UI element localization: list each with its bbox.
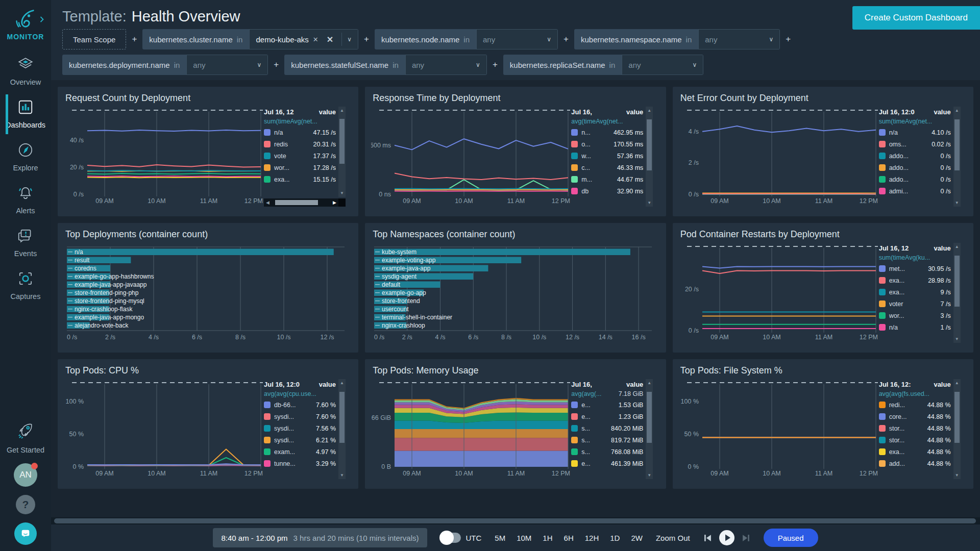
legend-row[interactable]: w...57.36 ms — [571, 150, 643, 162]
scrollbar-track[interactable] — [647, 387, 652, 471]
interval-10m[interactable]: 10M — [517, 534, 531, 542]
scrollbar-thumb[interactable] — [339, 119, 345, 164]
scrollbar-track[interactable] — [647, 114, 652, 199]
add-filter-button[interactable]: + — [785, 34, 791, 44]
scrollbar-thumb[interactable] — [954, 256, 960, 307]
chat-button[interactable] — [14, 522, 37, 545]
filter-value-dropdown[interactable]: demo-kube-aks✕✕∨ — [249, 29, 358, 49]
legend-row[interactable]: c...46.33 ms — [571, 162, 643, 173]
add-filter-button[interactable]: + — [363, 34, 370, 44]
time-series-plot[interactable]: 09 AM10 AM11 AM12 PM0 /s20 /s40 /s — [64, 107, 264, 207]
scrollbar-thumb[interactable] — [339, 392, 345, 443]
time-series-plot[interactable]: 09 AM10 AM11 AM12 PM0 ns500 ms — [371, 107, 571, 207]
legend-row[interactable]: s...768.08 MiB — [571, 446, 643, 458]
sidebar-item-dashboards[interactable]: Dashboards — [6, 93, 45, 136]
paused-button[interactable]: Paused — [764, 529, 818, 547]
legend-row[interactable]: e...461.39 MiB — [571, 458, 643, 469]
scrollbar-track[interactable] — [339, 387, 345, 471]
legend-row[interactable]: wor...17.28 /s — [264, 162, 336, 173]
sidebar-item-explore[interactable]: Explore — [6, 136, 45, 179]
interval-1h[interactable]: 1H — [543, 534, 552, 542]
sidebar-item-overview[interactable]: Overview — [6, 50, 45, 93]
zoom-out-button[interactable]: Zoom Out — [656, 534, 690, 542]
time-series-plot[interactable]: 09 AM10 AM11 AM12 PM0 %50 %100 % — [64, 379, 264, 479]
legend-row[interactable]: sysdi...7.60 % — [264, 411, 336, 422]
scrollbar-track[interactable] — [272, 200, 331, 205]
legend-row[interactable]: admi...0 /s — [879, 185, 951, 197]
time-series-plot[interactable]: 09 AM10 AM11 AM12 PM0 /s20 /s — [679, 243, 879, 343]
bar-chart-plot[interactable]: 0 /s2 /s4 /s6 /s8 /s10 /s12 /s14 /s16 /s… — [371, 243, 657, 343]
filter-value-dropdown[interactable]: any∨ — [698, 29, 780, 49]
legend-vertical-scrollbar[interactable]: ▲▼ — [953, 379, 961, 479]
time-series-plot[interactable]: 09 AM10 AM11 AM12 PM0 /s2 /s4 /s — [679, 107, 879, 207]
skip-forward-button[interactable] — [742, 534, 750, 542]
legend-vertical-scrollbar[interactable]: ▲▼ — [646, 379, 653, 479]
legend-row[interactable]: addo...0 /s — [879, 150, 951, 162]
legend-row[interactable]: sysdi...6.21 % — [264, 434, 336, 446]
scroll-down-arrow-icon[interactable]: ▼ — [647, 200, 651, 206]
user-avatar[interactable]: AN — [14, 463, 37, 487]
legend-row[interactable]: core...44.88 % — [879, 411, 951, 422]
legend-row[interactable]: met...30.95 /s — [879, 263, 951, 274]
scroll-up-arrow-icon[interactable]: ▲ — [955, 244, 959, 249]
interval-2w[interactable]: 2W — [631, 534, 643, 542]
legend-vertical-scrollbar[interactable]: ▲▼ — [646, 107, 653, 207]
scroll-up-arrow-icon[interactable]: ▲ — [340, 108, 344, 113]
scroll-up-arrow-icon[interactable]: ▲ — [340, 380, 344, 386]
legend-row[interactable]: addo...0 /s — [879, 162, 951, 173]
filter-field[interactable]: kubernetes.namespace.namein — [574, 29, 698, 49]
filter-field[interactable]: kubernetes.deployment.namein — [62, 55, 186, 75]
legend-row[interactable]: n/a4.10 /s — [879, 127, 951, 138]
legend-row[interactable]: db-66...7.60 % — [264, 399, 336, 411]
legend-vertical-scrollbar[interactable]: ▲▼ — [338, 107, 346, 197]
interval-5m[interactable]: 5M — [495, 534, 505, 542]
help-button[interactable]: ? — [16, 495, 35, 514]
time-series-plot[interactable]: 09 AM10 AM11 AM12 PM0 %50 %100 % — [679, 379, 879, 479]
legend-row[interactable]: exa...15.15 /s — [264, 173, 336, 185]
brand-label[interactable]: MONITOR — [7, 33, 44, 41]
legend-row[interactable]: exa...9 /s — [879, 286, 951, 298]
time-range-picker[interactable]: 8:40 am - 12:00 pm 3 hrs and 20 mins (10… — [213, 528, 427, 547]
legend-vertical-scrollbar[interactable]: ▲▼ — [338, 379, 346, 479]
add-filter-button[interactable]: + — [563, 34, 569, 44]
add-filter-button[interactable]: + — [492, 60, 498, 70]
legend-row[interactable]: vote17.37 /s — [264, 150, 336, 162]
legend-row[interactable]: redi...44.88 % — [879, 399, 951, 411]
team-scope-button[interactable]: Team Scope — [62, 29, 126, 49]
scroll-down-arrow-icon[interactable]: ▼ — [955, 336, 959, 342]
sidebar-expand-chevron-icon[interactable] — [40, 15, 44, 24]
legend-row[interactable]: tunne...3.29 % — [264, 458, 336, 469]
legend-row[interactable]: voter7 /s — [879, 298, 951, 310]
filter-value-dropdown[interactable]: any∨ — [476, 29, 558, 49]
scrollbar-track[interactable] — [954, 387, 960, 471]
legend-row[interactable]: wor...3 /s — [879, 310, 951, 321]
filter-field[interactable]: kubernetes.replicaSet.namein — [503, 55, 622, 75]
legend-row[interactable]: exa...44.88 % — [879, 446, 951, 458]
legend-row[interactable]: o...170.55 ms — [571, 138, 643, 150]
filter-field[interactable]: kubernetes.node.namein — [375, 29, 476, 49]
legend-row[interactable]: n/a1 /s — [879, 321, 951, 333]
remove-value-icon[interactable]: ✕ — [313, 36, 318, 43]
scrollbar-thumb[interactable] — [954, 119, 960, 170]
legend-row[interactable]: s...840.20 MiB — [571, 422, 643, 434]
horizontal-page-scrollbar[interactable] — [51, 517, 980, 524]
legend-row[interactable]: n...462.95 ms — [571, 127, 643, 138]
utc-toggle[interactable] — [440, 533, 461, 543]
legend-row[interactable]: n/a47.15 /s — [264, 127, 336, 138]
scroll-down-arrow-icon[interactable]: ▼ — [955, 472, 959, 478]
legend-vertical-scrollbar[interactable]: ▲▼ — [953, 243, 961, 343]
skip-back-button[interactable] — [703, 534, 712, 542]
scroll-up-arrow-icon[interactable]: ▲ — [647, 108, 651, 113]
scroll-up-arrow-icon[interactable]: ▲ — [955, 380, 959, 386]
add-filter-button[interactable]: + — [131, 34, 137, 44]
legend-row[interactable]: stor...44.88 % — [879, 434, 951, 446]
scroll-right-arrow-icon[interactable]: ▶ — [331, 200, 338, 205]
scroll-up-arrow-icon[interactable]: ▲ — [647, 380, 651, 386]
legend-row[interactable]: s...819.72 MiB — [571, 434, 643, 446]
scrollbar-thumb[interactable] — [275, 200, 318, 205]
scroll-down-arrow-icon[interactable]: ▼ — [647, 472, 651, 478]
filter-value-dropdown[interactable]: any∨ — [186, 55, 268, 75]
interval-12h[interactable]: 12H — [585, 534, 599, 542]
bar-chart-plot[interactable]: 0 /s2 /s4 /s6 /s8 /s10 /s12 /sn/aresultc… — [64, 243, 350, 343]
scroll-left-arrow-icon[interactable]: ◀ — [264, 200, 272, 205]
